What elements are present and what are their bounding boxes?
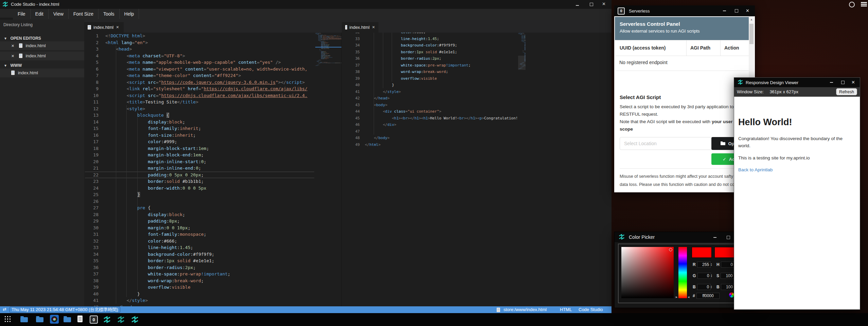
file-app-icon[interactable] xyxy=(77,315,83,322)
code-studio-icon[interactable] xyxy=(103,316,111,325)
menu-help[interactable]: Help xyxy=(120,9,139,19)
serverless-app-icon[interactable]: 0 xyxy=(90,315,98,324)
minimap-viewport-slider[interactable] xyxy=(518,56,526,70)
r-value-field[interactable]: 255 xyxy=(697,262,711,268)
tab-close-icon[interactable]: ✕ xyxy=(116,25,119,30)
code-line: border-width:0 0 0 5px xyxy=(105,185,314,192)
code-area[interactable]: <!DOCTYPE html><html lang="en"> <head> <… xyxy=(105,33,314,306)
maximize-button[interactable] xyxy=(725,235,731,240)
sidebar-item-index-html-1[interactable]: ✕ index.html xyxy=(0,41,84,50)
minimize-button[interactable] xyxy=(712,235,718,240)
sv-marker[interactable] xyxy=(669,248,672,251)
code-studio-icon[interactable] xyxy=(117,316,125,325)
line-number: 27 xyxy=(84,205,99,211)
restore-button[interactable] xyxy=(588,2,595,7)
minimap-pane1[interactable]: <!DOCTYPE html><html lang="en"> <head> <… xyxy=(315,33,341,306)
hue-slider[interactable] xyxy=(678,247,687,298)
sidebar-item-www-index-html[interactable]: index.html xyxy=(0,69,84,77)
folder-icon[interactable] xyxy=(64,315,71,322)
line-number: 19 xyxy=(84,152,99,158)
minimize-button[interactable] xyxy=(721,8,727,14)
minimize-button[interactable] xyxy=(573,2,581,8)
folder-icon[interactable] xyxy=(36,315,43,322)
menu-icon[interactable] xyxy=(861,5,867,6)
g-value-field[interactable]: 0 xyxy=(697,273,711,279)
b-brightness-field[interactable]: 100 xyxy=(721,284,734,290)
color-wheel-icon[interactable] xyxy=(729,292,734,298)
close-button[interactable]: ✕ xyxy=(602,1,606,6)
close-icon[interactable]: ✕ xyxy=(11,44,14,48)
menu-edit[interactable]: Edit xyxy=(31,9,49,19)
close-button[interactable]: ✕ xyxy=(851,80,855,85)
menu-icon[interactable] xyxy=(861,2,867,3)
scrollbar-thumb[interactable] xyxy=(749,24,754,44)
h-value-field[interactable]: 0 xyxy=(721,262,734,268)
agi-script-location-input[interactable] xyxy=(620,137,713,150)
saturation-value-area[interactable] xyxy=(621,247,674,298)
code-line: line-height:1.45; xyxy=(105,244,314,251)
status-datetime[interactable]: Thu May 11 2023 21:54:48 GMT+0800 (台北標準時… xyxy=(10,307,120,313)
line-number: 3 xyxy=(84,46,99,53)
check-icon: ✓ xyxy=(723,157,726,162)
maximize-button[interactable] xyxy=(840,80,846,85)
menu-tools[interactable]: Tools xyxy=(99,9,120,19)
close-button[interactable]: ✕ xyxy=(746,8,749,14)
file-icon xyxy=(497,307,500,312)
hue-marker-left[interactable]: ▶ xyxy=(676,296,677,299)
hsb-b-row: B 100▴▾ xyxy=(716,284,736,290)
tab-close-icon[interactable]: ✕ xyxy=(372,25,375,30)
file-icon xyxy=(88,25,91,30)
close-icon[interactable]: ✕ xyxy=(11,54,14,58)
code-line: border:1px solid #e1e1e1; xyxy=(105,257,314,264)
code-line: margin-inline-start:0; xyxy=(105,158,314,165)
line-number: 31 xyxy=(84,231,99,238)
minimize-button[interactable] xyxy=(828,80,834,85)
editor-pane-2[interactable]: 323334353637383940414243444546474849 col… xyxy=(341,33,517,306)
maximize-button[interactable] xyxy=(733,8,740,14)
code-line: <script src="https://code.jquery.com/jqu… xyxy=(105,79,314,86)
sidebar-item-index-html-2[interactable]: ✕ index.html xyxy=(0,52,84,60)
menu-view[interactable]: View xyxy=(49,9,69,19)
stepper-icon[interactable]: ▴▾ xyxy=(711,263,712,266)
disc-app-icon-active[interactable] xyxy=(50,315,59,324)
code-line: } xyxy=(105,191,314,198)
tab-index-html-pane2[interactable]: index.html ✕ xyxy=(342,22,378,33)
line-number: 8 xyxy=(84,79,99,86)
stepper-icon[interactable]: ▴▾ xyxy=(711,274,712,277)
refresh-button[interactable]: Refresh xyxy=(836,88,857,95)
menu-icon[interactable] xyxy=(861,4,867,5)
editor-pane-1[interactable]: 1234567891011121314151617181920212223242… xyxy=(84,33,314,306)
hex-value-field[interactable]: ff0000 xyxy=(696,293,720,299)
code-line: line-height:1.45; xyxy=(365,36,517,42)
scroll-up-icon[interactable]: ▲ xyxy=(749,16,754,21)
page-link[interactable]: Back to Aprintlab xyxy=(738,167,852,172)
status-app-name[interactable]: Code Studio xyxy=(579,307,603,312)
code-line: white-space:pre-wrap!important; xyxy=(365,62,517,69)
menu-file[interactable]: File xyxy=(13,9,31,19)
tab-index-html-pane1[interactable]: index.html ✕ xyxy=(84,22,124,33)
line-number: 39 xyxy=(84,284,99,291)
status-file-type[interactable]: HTML xyxy=(560,307,572,312)
status-file-path[interactable]: store:/www/index.html xyxy=(503,307,547,312)
line-number: 11 xyxy=(84,99,99,106)
divider xyxy=(620,168,749,169)
indent-guide xyxy=(137,112,138,290)
s-value-field[interactable]: 100 xyxy=(721,273,734,279)
viewer-page: Hello World! Congratulation! You discove… xyxy=(734,97,860,309)
minimap-pane2[interactable]: <!DOCTYPE html><html lang="en"> <head> <… xyxy=(518,33,526,306)
sync-icon[interactable]: ⇄ xyxy=(3,307,6,312)
b-value-field[interactable]: 0 xyxy=(697,284,711,290)
menu-font-size[interactable]: Font Size xyxy=(69,9,99,19)
section-title: Select AGI Script xyxy=(620,94,661,100)
stepper-icon[interactable]: ▴▾ xyxy=(711,285,712,289)
code-area[interactable]: color:#666; line-height:1.45; background… xyxy=(365,33,517,148)
hue-marker-right[interactable]: ◀ xyxy=(688,296,689,299)
window-size-value: 361px x 627px xyxy=(769,89,798,94)
title-bar: Responsive Design Viewer ✕ xyxy=(734,78,860,87)
app-launcher-icon[interactable] xyxy=(4,315,11,322)
folder-icon[interactable] xyxy=(20,315,28,322)
code-line: color:#999; xyxy=(105,138,314,145)
code-line: font-family:inherit; xyxy=(105,125,314,132)
code-studio-icon[interactable] xyxy=(131,316,139,325)
code-line: </style> xyxy=(365,89,517,95)
